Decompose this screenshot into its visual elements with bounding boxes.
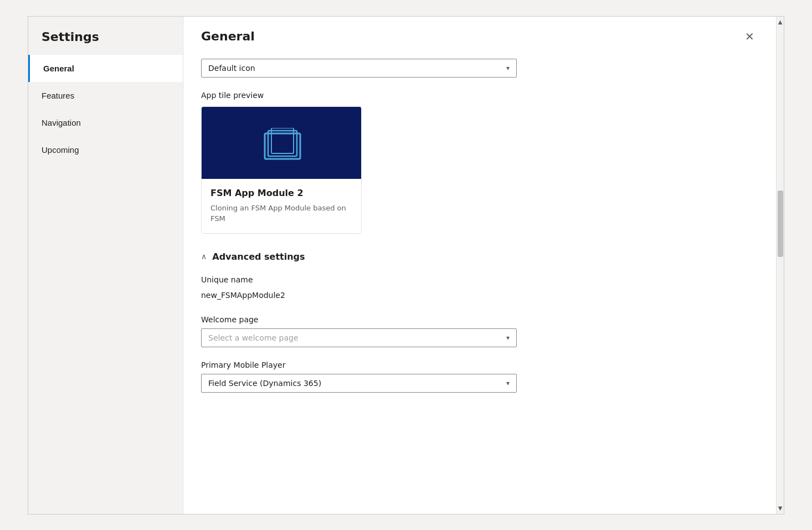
page-title: General: [201, 29, 255, 43]
welcome-page-label: Welcome page: [201, 315, 758, 324]
sidebar-item-navigation[interactable]: Navigation: [28, 109, 183, 136]
close-button[interactable]: ✕: [741, 28, 758, 45]
sidebar: Settings General Features Navigation Upc…: [28, 17, 183, 514]
app-tile-icon: [264, 128, 299, 158]
primary-mobile-player-group: Primary Mobile Player Field Service (Dyn…: [201, 361, 758, 393]
svg-rect-1: [268, 131, 297, 156]
app-tile-header: [202, 107, 361, 179]
welcome-page-group: Welcome page Select a welcome page ▾: [201, 315, 758, 347]
sidebar-item-upcoming[interactable]: Upcoming: [28, 136, 183, 163]
main-scroll-area: Default icon ▾ App tile preview: [183, 45, 776, 514]
scroll-down-arrow[interactable]: ▼: [777, 503, 784, 514]
chevron-up-icon: ∧: [201, 252, 207, 261]
welcome-page-dropdown[interactable]: Select a welcome page ▾: [201, 328, 517, 347]
app-tile-name: FSM App Module 2: [210, 188, 352, 198]
svg-rect-2: [271, 128, 294, 153]
unique-name-value: new_FSMAppModule2: [201, 289, 758, 302]
scrollbar-track: ▲ ▼: [776, 17, 784, 514]
primary-mobile-player-value: Field Service (Dynamics 365): [208, 379, 321, 388]
main-content: General ✕ Default icon ▾ App tile previe…: [183, 17, 776, 514]
chevron-down-icon: ▾: [506, 64, 510, 72]
sidebar-item-general[interactable]: General: [28, 55, 183, 82]
icon-dropdown-value: Default icon: [208, 64, 255, 73]
svg-rect-0: [265, 133, 300, 159]
main-header: General ✕: [183, 17, 776, 45]
chevron-down-icon: ▾: [506, 379, 510, 387]
sidebar-item-features[interactable]: Features: [28, 82, 183, 109]
advanced-settings-title: Advanced settings: [212, 251, 305, 262]
close-icon: ✕: [745, 30, 754, 43]
sidebar-title: Settings: [28, 17, 183, 55]
app-tile-preview-label: App tile preview: [201, 91, 758, 100]
primary-mobile-player-dropdown[interactable]: Field Service (Dynamics 365) ▾: [201, 374, 517, 393]
sidebar-navigation: General Features Navigation Upcoming: [28, 55, 183, 163]
unique-name-label: Unique name: [201, 275, 758, 284]
app-tile-card: FSM App Module 2 Cloning an FSM App Modu…: [201, 106, 362, 234]
unique-name-group: Unique name new_FSMAppModule2: [201, 275, 758, 302]
scroll-up-arrow[interactable]: ▲: [777, 17, 784, 28]
scroll-thumb[interactable]: [778, 191, 783, 257]
chevron-down-icon: ▾: [506, 334, 510, 342]
app-tile-description: Cloning an FSM App Module based on FSM: [210, 203, 352, 224]
stacked-rectangles-icon: [264, 128, 301, 160]
icon-dropdown[interactable]: Default icon ▾: [201, 59, 517, 78]
advanced-settings-toggle[interactable]: ∧ Advanced settings: [201, 251, 758, 262]
app-tile-body: FSM App Module 2 Cloning an FSM App Modu…: [202, 179, 361, 233]
primary-mobile-player-label: Primary Mobile Player: [201, 361, 758, 369]
welcome-page-placeholder: Select a welcome page: [208, 333, 299, 342]
